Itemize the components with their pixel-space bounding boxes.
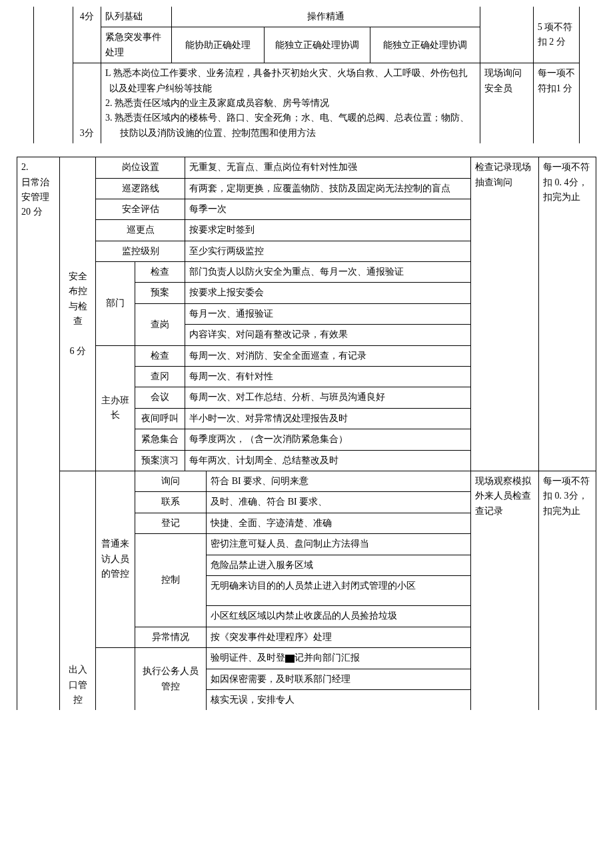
cell: 队列基础 [101, 7, 172, 27]
cell: 符合 BI 要求、问明来意 [207, 471, 471, 491]
cell: 每周一次、对工作总结、分析、与班员沟通良好 [185, 387, 471, 408]
cell: 查岗 [135, 303, 185, 345]
cell: 每月一次、通报验证 [185, 303, 471, 324]
cell: 部门 [96, 262, 135, 346]
cell: 按《突发事件处理程序》处理 [207, 627, 471, 647]
section-header: 2. 日常治安管理 20 分 [17, 157, 60, 711]
cell: 验明证件、及时登记并向部门汇报 [207, 648, 471, 669]
cell: 每季一次 [185, 199, 471, 219]
cell: 密切注意可疑人员、盘问制止方法得当 [207, 534, 471, 555]
cell: 每一项不符扣1 分 [533, 63, 579, 143]
redaction-icon [285, 655, 295, 663]
cell: 检查记录现场抽查询问 [471, 157, 539, 471]
cell: 联系 [135, 492, 207, 513]
cell: 如因保密需要，及时联系部门经理 [207, 669, 471, 689]
cell: 异常情况 [135, 627, 207, 647]
cell: 至少实行两级监控 [185, 241, 471, 261]
table-row: 3分 L 熟悉本岗位工作要求、业务流程，具备扑灭初始火灾、火场自救、人工呼吸、外… [34, 63, 580, 143]
cell: 半小时一次、对异常情况处理报告及时 [185, 408, 471, 429]
cell: 会议 [135, 387, 185, 408]
cell: 出入口管控 [60, 471, 96, 710]
cell: 按要求上报安委会 [185, 283, 471, 303]
cell: L 熟悉本岗位工作要求、业务流程，具备扑灭初始火灾、火场自救、人工呼吸、外伤包扎… [101, 63, 480, 143]
cell: 能独立正确处理协调 [370, 27, 480, 63]
cell: 能独立正确处理协调 [264, 27, 370, 63]
cell: 夜间呼叫 [135, 408, 185, 429]
cell: 岗位设置 [96, 157, 185, 178]
cell: 安全布控与检查 6 分 [60, 157, 96, 471]
cell: 巡更点 [96, 220, 185, 241]
cell: 监控级别 [96, 241, 185, 261]
cell: 预案演习 [135, 450, 185, 471]
cell: 执行公务人员管控 [135, 648, 207, 711]
cell: 每一项不符扣 0. 3分，扣完为止 [539, 471, 596, 710]
cell: 每一项不符扣 0. 4分，扣完为止 [539, 157, 596, 471]
cell: 按要求定时签到 [185, 220, 471, 241]
cell: 紧急突发事件处理 [101, 27, 172, 63]
cell: 普通来访人员的管控 [96, 471, 135, 647]
cell: 查冈 [135, 367, 185, 387]
cell: 5 项不符扣 2 分 [533, 7, 579, 63]
table-lower: 2. 日常治安管理 20 分 安全布控与检查 6 分 岗位设置 无重复、无盲点、… [17, 157, 596, 710]
cell: 及时、准确、符合 BI 要求、 [207, 492, 471, 513]
cell: 无重复、无盲点、重点岗位有针对性加强 [185, 157, 471, 178]
cell: 检查 [135, 262, 185, 283]
cell: 危险品禁止进入服务区域 [207, 555, 471, 575]
cell: 巡逻路线 [96, 178, 185, 199]
score-cell: 4分 [73, 7, 101, 63]
cell: 快捷、全面、字迹清楚、准确 [207, 513, 471, 533]
cell: 内容详实、对问题有整改记录，有效果 [185, 325, 471, 345]
cell: 询问 [135, 471, 207, 491]
cell: 部门负责人以防火安全为重点、每月一次、通报验证 [185, 262, 471, 283]
table-row: 4分 队列基础 操作精通 5 项不符扣 2 分 [34, 7, 580, 27]
cell: 操作精通 [172, 7, 480, 27]
cell: 登记 [135, 513, 207, 533]
cell: 检查 [135, 345, 185, 366]
cell: 控制 [135, 534, 207, 627]
cell: 每年两次、计划周全、总结整改及时 [185, 450, 471, 471]
cell: 能协助正确处理 [172, 27, 264, 63]
table-upper: 4分 队列基础 操作精通 5 项不符扣 2 分 紧急突发事件处理 能协助正确处理… [33, 7, 580, 143]
cell: 无明确来访目的的人员禁止进入封闭式管理的小区 [207, 575, 471, 605]
table-row: 2. 日常治安管理 20 分 安全布控与检查 6 分 岗位设置 无重复、无盲点、… [17, 157, 596, 178]
cell: 现场询问安全员 [480, 63, 534, 143]
table-row: 出入口管控 普通来访人员的管控 询问 符合 BI 要求、问明来意 现场观察模拟外… [17, 471, 596, 491]
cell: 每周一次、对消防、安全全面巡查，有记录 [185, 345, 471, 366]
cell: 主办班长 [96, 345, 135, 471]
cell: 有两套，定期更换，应覆盖物防、技防及固定岗无法控制的盲点 [185, 178, 471, 199]
score-cell: 3分 [73, 63, 101, 143]
cell: 小区红线区域以内禁止收废品的人员捡拾垃圾 [207, 606, 471, 627]
cell: 现场观察模拟外来人员检查查记录 [471, 471, 539, 710]
cell: 紧急集合 [135, 429, 185, 450]
cell: 核实无误，安排专人 [207, 689, 471, 710]
cell: 每季度两次，（含一次消防紧急集合） [185, 429, 471, 450]
cell: 安全评估 [96, 199, 185, 219]
cell: 每周一次、有针对性 [185, 367, 471, 387]
cell: 预案 [135, 283, 185, 303]
